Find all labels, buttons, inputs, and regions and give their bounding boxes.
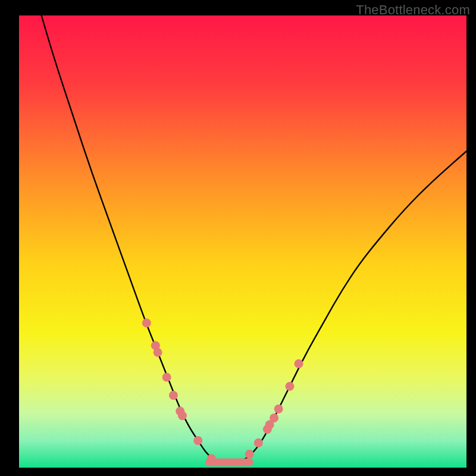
attribution-text: TheBottleneck.com (356, 2, 470, 18)
data-marker (154, 348, 162, 357)
data-marker (162, 373, 171, 382)
data-marker (285, 382, 294, 391)
data-marker (178, 411, 187, 420)
data-marker (193, 436, 202, 445)
data-marker (274, 405, 283, 414)
data-marker (207, 454, 216, 463)
chart-container: TheBottleneck.com (0, 0, 476, 476)
data-marker (169, 391, 178, 400)
data-marker (245, 450, 254, 459)
chart-gradient-bg (19, 15, 466, 468)
bottleneck-chart (0, 0, 476, 476)
data-marker (270, 414, 278, 422)
data-marker (254, 439, 263, 447)
data-marker (295, 359, 303, 368)
data-marker (142, 318, 151, 327)
